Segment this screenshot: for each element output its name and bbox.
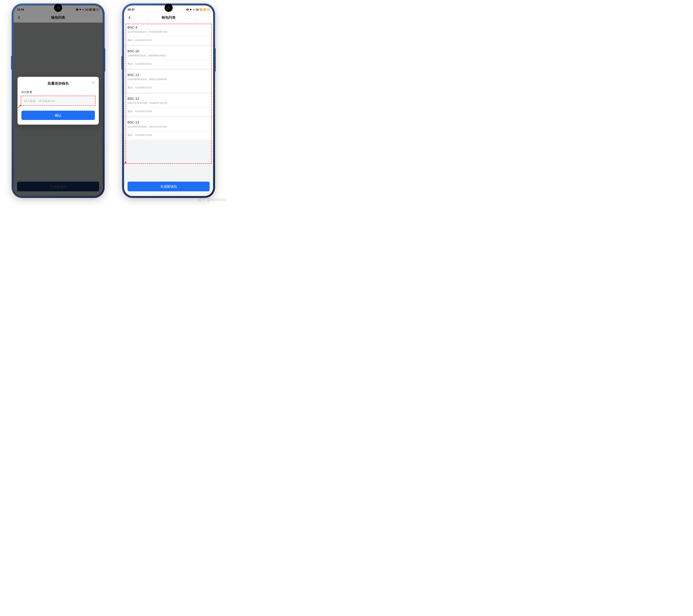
phone-right: 20:37 🔕 ✱ HD 📶 📶 78 钱包列表 BSC-40x1975E418…	[122, 3, 215, 198]
screen-right: 20:37 🔕 ✱ HD 📶 📶 78 钱包列表 BSC-40x1975E418…	[124, 5, 213, 196]
camera-notch	[55, 5, 61, 11]
phone-left: 21:54 🔕 ✱ HD 📶 📶 71 钱包列表	[12, 3, 105, 198]
bulk-add-modal: 批量添加钱包 钱包数量 确认	[18, 77, 99, 125]
wallet-card[interactable]: BSC-120xB1C57e3CAd0…054eFd718CD1路径：m/44'…	[124, 94, 213, 116]
wifi-icon	[192, 8, 195, 11]
wallet-name: BSC-12	[127, 97, 210, 101]
signal-icon: 📶	[200, 8, 202, 11]
wallet-address: 0xB1C57e3CAd0…054eFd718CD1	[127, 101, 210, 104]
wallet-address: 0x1975E4181D3…F028d02407c8A	[127, 30, 210, 33]
wallet-card[interactable]: BSC-110x56cB30D32De…9eDC2cA4Bc95路径：m/44'…	[124, 70, 213, 92]
wallet-path: 路径：m/44'/60'/0'/0/3	[127, 83, 210, 90]
page-title: 钱包列表	[162, 15, 176, 20]
wallet-card[interactable]: BSC-130xcCfD01DAD85…eEcfcF3c923BC路径：m/44…	[124, 117, 213, 140]
wallet-path: 路径：m/44'/60'/0'/0/2	[127, 60, 210, 66]
wallet-path: 路径：m/44'/60'/0'/0/4	[127, 107, 210, 113]
arrow-icon	[18, 104, 21, 108]
signal2-icon: 📶	[203, 8, 206, 11]
wallet-address: 0xcCfD01DAD85…eEcfcF3c923BC	[127, 125, 210, 128]
status-icons: 🔕 ✱ HD 📶 📶 78	[186, 8, 210, 11]
confirm-button[interactable]: 确认	[21, 111, 95, 120]
status-time: 20:37	[127, 8, 135, 11]
bluetooth-icon: ✱	[190, 8, 192, 11]
screen-left: 21:54 🔕 ✱ HD 📶 📶 71 钱包列表	[14, 5, 103, 196]
hd-icon: HD	[196, 8, 199, 11]
wallet-name: BSC-10	[127, 49, 210, 53]
wallet-name: BSC-13	[127, 121, 210, 124]
wallet-name: BSC-4	[127, 26, 210, 29]
modal-title: 批量添加钱包	[21, 81, 95, 86]
close-icon[interactable]	[92, 81, 95, 84]
wallet-name: BSC-11	[127, 73, 210, 77]
wallet-path: 路径：m/44'/60'/0'/0/5	[127, 131, 210, 137]
camera-notch	[166, 5, 171, 11]
wallet-card[interactable]: BSC-40x1975E4181D3…F028d02407c8A路径：m/44'…	[124, 23, 213, 45]
arrow-icon	[124, 161, 127, 165]
battery-icon: 78	[207, 8, 210, 11]
quantity-label: 钱包数量	[21, 91, 95, 94]
wallet-path: 路径：m/44'/60'/0'/0/1	[127, 36, 210, 42]
quantity-input[interactable]	[21, 96, 95, 105]
back-button[interactable]	[127, 15, 132, 20]
modal-overlay[interactable]: 批量添加钱包 钱包数量 确认	[14, 5, 103, 196]
mute-icon: 🔕	[186, 8, 189, 11]
wallet-address: 0x498f6fdF3a36…6b8eB69136a1f	[127, 54, 210, 57]
wallet-list[interactable]: BSC-40x1975E4181D3…F028d02407c8A路径：m/44'…	[124, 23, 213, 196]
generate-wallet-button[interactable]: 生成新钱包	[127, 182, 210, 191]
wallet-card[interactable]: BSC-100x498f6fdF3a36…6b8eB69136a1f路径：m/4…	[124, 46, 213, 68]
page-header: 钱包列表	[124, 13, 213, 23]
wallet-address: 0x56cB30D32De…9eDC2cA4Bc95	[127, 78, 210, 81]
